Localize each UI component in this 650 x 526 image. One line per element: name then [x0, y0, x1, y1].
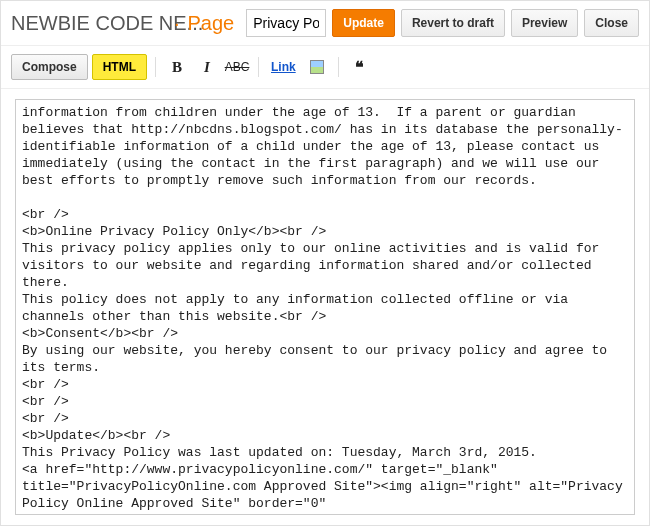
editor-toolbar: Compose HTML B I ABC Link ❝ — [1, 46, 649, 89]
editor-container — [1, 89, 649, 525]
page-title-input[interactable] — [246, 9, 326, 37]
bold-icon[interactable]: B — [164, 54, 190, 80]
html-editor-textarea[interactable] — [15, 99, 635, 515]
preview-button[interactable]: Preview — [511, 9, 578, 37]
revert-button[interactable]: Revert to draft — [401, 9, 505, 37]
html-tab[interactable]: HTML — [92, 54, 147, 80]
quote-icon[interactable]: ❝ — [347, 54, 373, 80]
blog-title: NEWBIE CODE NE... — [11, 12, 162, 35]
page-type-label: Page — [188, 12, 235, 35]
toolbar-separator — [258, 57, 259, 77]
italic-icon[interactable]: I — [194, 54, 220, 80]
compose-tab[interactable]: Compose — [11, 54, 88, 80]
link-button[interactable]: Link — [267, 54, 300, 80]
strikethrough-icon[interactable]: ABC — [224, 54, 250, 80]
update-button[interactable]: Update — [332, 9, 395, 37]
toolbar-separator — [338, 57, 339, 77]
image-icon[interactable] — [304, 54, 330, 80]
close-button[interactable]: Close — [584, 9, 639, 37]
separator-dot: · — [174, 12, 180, 35]
toolbar-separator — [155, 57, 156, 77]
header-bar: NEWBIE CODE NE... · Page Update Revert t… — [1, 1, 649, 46]
